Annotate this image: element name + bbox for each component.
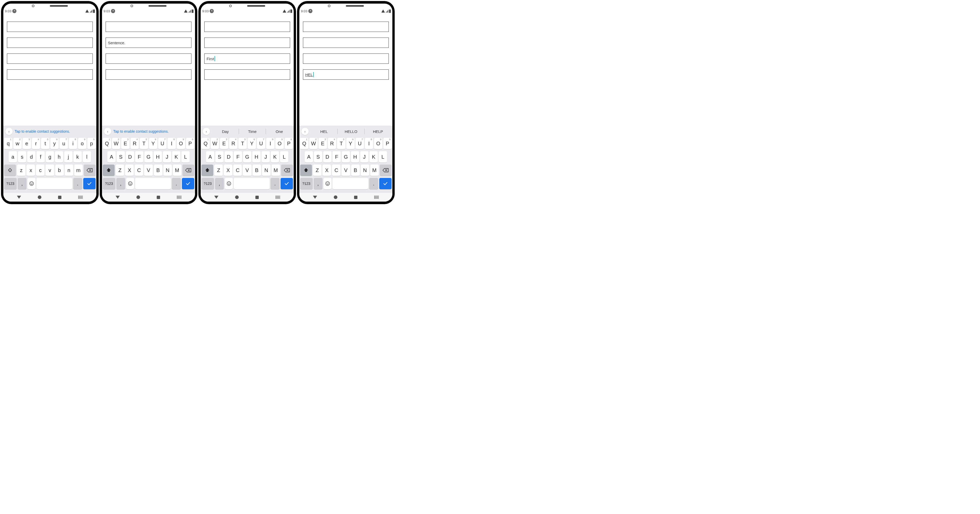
text-input-2[interactable]: Sentence.	[106, 38, 191, 48]
key-y[interactable]: Y6	[346, 138, 355, 149]
text-input-4[interactable]	[204, 69, 290, 80]
key-z[interactable]: z	[17, 164, 25, 176]
period-key[interactable]: .	[172, 178, 181, 189]
text-input-3[interactable]	[7, 53, 93, 64]
key-v[interactable]: V	[342, 164, 350, 176]
period-key[interactable]: .	[369, 178, 378, 189]
key-p[interactable]: p0	[88, 138, 95, 149]
key-r[interactable]: r4	[32, 138, 40, 149]
key-d[interactable]: D	[224, 151, 233, 163]
nav-keyboard-switch-button[interactable]	[177, 196, 181, 199]
key-t[interactable]: T5	[140, 138, 148, 149]
key-q[interactable]: Q1	[103, 138, 111, 149]
nav-back-button[interactable]	[17, 196, 21, 199]
suggestion-hint[interactable]: Tap to enable contact suggestions.	[14, 129, 70, 134]
key-d[interactable]: D	[126, 151, 134, 163]
key-k[interactable]: K	[172, 151, 180, 163]
comma-key[interactable]: ,	[215, 178, 224, 189]
suggestion-hint[interactable]: Tap to enable contact suggestions.	[113, 129, 169, 134]
key-q[interactable]: Q1	[202, 138, 210, 149]
nav-back-button[interactable]	[313, 196, 317, 199]
suggestion-word[interactable]: HELLO	[337, 128, 364, 135]
key-v[interactable]: v	[46, 164, 54, 176]
key-p[interactable]: P0	[186, 138, 194, 149]
space-key[interactable]	[332, 178, 368, 189]
suggestion-word[interactable]: Time	[239, 128, 266, 135]
suggestion-word[interactable]: HEL	[311, 128, 337, 135]
key-l[interactable]: L	[280, 151, 288, 163]
key-b[interactable]: B	[154, 164, 162, 176]
text-input-3[interactable]	[303, 53, 389, 64]
text-input-4[interactable]: HEL	[303, 69, 389, 80]
key-h[interactable]: H	[252, 151, 261, 163]
backspace-key[interactable]	[84, 164, 95, 176]
key-f[interactable]: F	[234, 151, 242, 163]
key-w[interactable]: w2	[13, 138, 22, 149]
key-t[interactable]: t5	[41, 138, 49, 149]
key-q[interactable]: Q1	[300, 138, 308, 149]
period-key[interactable]: .	[270, 178, 280, 189]
key-n[interactable]: N	[361, 164, 369, 176]
key-u[interactable]: u7	[60, 138, 68, 149]
key-p[interactable]: P0	[383, 138, 391, 149]
key-a[interactable]: a	[9, 151, 17, 163]
key-y[interactable]: Y6	[149, 138, 157, 149]
text-input-1[interactable]	[204, 22, 290, 32]
key-o[interactable]: O9	[374, 138, 382, 149]
space-key[interactable]	[37, 178, 72, 189]
enter-key[interactable]	[83, 178, 96, 189]
text-input-1[interactable]	[303, 22, 389, 32]
text-input-2[interactable]	[303, 38, 389, 48]
expand-suggestions-button[interactable]: ›	[5, 128, 13, 135]
key-d[interactable]: d	[27, 151, 35, 163]
key-b[interactable]: B	[253, 164, 261, 176]
key-h[interactable]: H	[351, 151, 359, 163]
key-o[interactable]: o9	[78, 138, 86, 149]
key-s[interactable]: s	[18, 151, 26, 163]
key-l[interactable]: l	[83, 151, 91, 163]
comma-key[interactable]: ,	[18, 178, 27, 189]
key-t[interactable]: T5	[239, 138, 247, 149]
key-b[interactable]: B	[351, 164, 360, 176]
emoji-key[interactable]	[126, 178, 134, 189]
emoji-key[interactable]	[225, 178, 233, 189]
key-a[interactable]: A	[107, 151, 116, 163]
key-w[interactable]: W2	[112, 138, 120, 149]
key-s[interactable]: S	[314, 151, 322, 163]
text-input-1[interactable]	[7, 22, 93, 32]
comma-key[interactable]: ,	[314, 178, 323, 189]
text-input-3[interactable]: First	[204, 53, 290, 64]
key-j[interactable]: j	[64, 151, 72, 163]
expand-suggestions-button[interactable]: ›	[104, 128, 111, 135]
key-m[interactable]: M	[370, 164, 379, 176]
key-r[interactable]: R4	[130, 138, 139, 149]
key-e[interactable]: e3	[22, 138, 31, 149]
enter-key[interactable]	[379, 178, 392, 189]
key-h[interactable]: h	[55, 151, 63, 163]
key-k[interactable]: K	[369, 151, 378, 163]
key-x[interactable]: X	[323, 164, 331, 176]
text-input-2[interactable]	[7, 38, 93, 48]
enter-key[interactable]	[182, 178, 194, 189]
key-w[interactable]: W2	[309, 138, 318, 149]
nav-recent-button[interactable]	[354, 196, 357, 199]
emoji-key[interactable]	[27, 178, 35, 189]
key-f[interactable]: F	[135, 151, 143, 163]
key-p[interactable]: P0	[285, 138, 293, 149]
key-d[interactable]: D	[323, 151, 331, 163]
key-w[interactable]: W2	[211, 138, 219, 149]
suggestion-word[interactable]: One	[266, 128, 293, 135]
key-m[interactable]: M	[173, 164, 181, 176]
key-g[interactable]: G	[243, 151, 251, 163]
key-x[interactable]: x	[27, 164, 35, 176]
key-e[interactable]: E3	[121, 138, 129, 149]
key-i[interactable]: I8	[365, 138, 373, 149]
enter-key[interactable]	[281, 178, 293, 189]
period-key[interactable]: .	[73, 178, 82, 189]
key-n[interactable]: N	[262, 164, 270, 176]
expand-suggestions-button[interactable]: ›	[203, 128, 210, 135]
key-a[interactable]: A	[206, 151, 214, 163]
nav-recent-button[interactable]	[58, 196, 61, 199]
space-key[interactable]	[135, 178, 171, 189]
key-f[interactable]: f	[37, 151, 45, 163]
